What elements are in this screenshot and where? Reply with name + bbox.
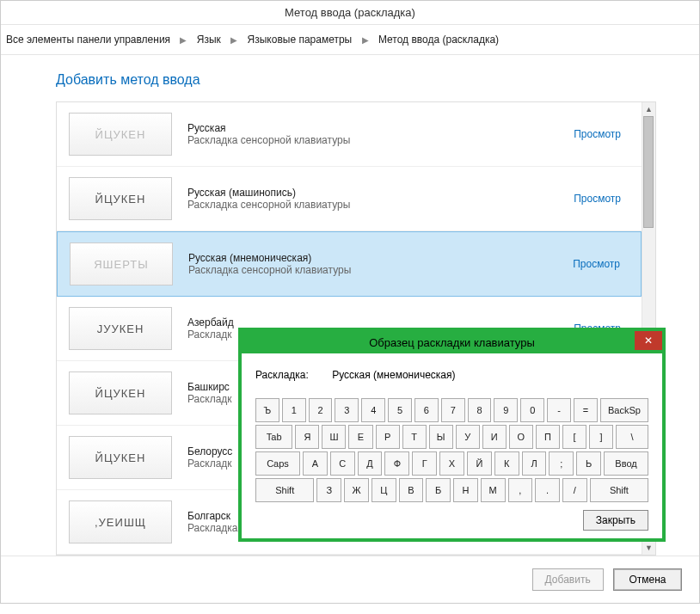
key[interactable]: П — [536, 425, 560, 449]
key[interactable]: \ — [616, 425, 648, 449]
key[interactable]: ] — [589, 425, 613, 449]
layout-thumb: ЙЦУКЕН — [69, 436, 172, 479]
key[interactable]: 7 — [441, 398, 465, 422]
popup-footer: Закрыть — [255, 514, 648, 526]
key[interactable]: Ц — [371, 478, 396, 502]
key-tab[interactable]: Tab — [255, 425, 292, 449]
layout-info: Русская (машинопись) Раскладка сенсорной… — [187, 187, 558, 211]
layout-name: Русская — [187, 122, 558, 134]
layout-name: Азербайд — [187, 316, 558, 328]
key-backspace[interactable]: BackSp — [600, 398, 648, 422]
layout-thumb: ЙЦУКЕН — [69, 113, 172, 156]
layout-item[interactable]: ЙЦУКЕН Русская (машинопись) Раскладка се… — [57, 167, 642, 231]
preview-link[interactable]: Просмотр — [574, 128, 621, 140]
key[interactable]: Х — [439, 451, 464, 476]
key[interactable]: О — [509, 425, 533, 449]
layout-info: Русская Раскладка сенсорной клавиатуры — [187, 122, 558, 146]
key[interactable]: У — [456, 425, 480, 449]
key[interactable]: - — [547, 398, 571, 422]
layout-info: Русская (мнемоническая) Раскладка сенсор… — [188, 252, 557, 276]
key[interactable]: Н — [453, 478, 478, 502]
layout-label: Раскладка: — [255, 369, 309, 381]
layout-value: Русская (мнемоническая) — [332, 369, 455, 381]
cancel-button[interactable]: Отмена — [613, 568, 682, 591]
chevron-right-icon: ▶ — [176, 35, 190, 45]
key[interactable]: Й — [467, 451, 492, 476]
key[interactable]: Г — [412, 451, 437, 476]
layout-item[interactable]: ЙЦУКЕН Русская Раскладка сенсорной клави… — [57, 102, 642, 167]
scroll-thumb[interactable] — [643, 116, 654, 228]
key[interactable]: 5 — [388, 398, 412, 422]
layout-name: Русская (машинопись) — [187, 187, 558, 199]
layout-sub: Раскладка сенсорной клавиатуры — [188, 264, 557, 276]
key[interactable]: Д — [358, 451, 383, 476]
layout-name: Русская (мнемоническая) — [188, 252, 557, 264]
key-shift[interactable]: Shift — [255, 478, 314, 502]
key[interactable]: Ш — [322, 425, 346, 449]
key[interactable]: 8 — [468, 398, 492, 422]
key[interactable]: Т — [402, 425, 427, 449]
layout-item-selected[interactable]: ЯШЕРТЫ Русская (мнемоническая) Раскладка… — [57, 231, 642, 297]
close-icon[interactable]: ✕ — [635, 331, 662, 350]
key[interactable]: / — [562, 478, 587, 502]
key[interactable]: Б — [426, 478, 451, 502]
window-title: Метод ввода (раскладка) — [1, 1, 699, 25]
layout-thumb: ЙЦУКЕН — [69, 371, 172, 414]
key[interactable]: Я — [295, 425, 319, 449]
key[interactable]: Л — [522, 451, 547, 476]
key[interactable]: ; — [549, 451, 574, 476]
key[interactable]: А — [303, 451, 328, 476]
key[interactable]: , — [508, 478, 533, 502]
preview-link[interactable]: Просмотр — [574, 193, 621, 205]
breadcrumb-item[interactable]: Все элементы панели управления — [6, 34, 170, 46]
key[interactable]: [ — [562, 425, 586, 449]
key[interactable]: 0 — [520, 398, 544, 422]
keyboard-row-2: Tab Я Ш Е Р Т Ы У И О П [ ] \ — [255, 425, 648, 449]
key[interactable]: С — [330, 451, 355, 476]
key[interactable]: Е — [348, 425, 372, 449]
key[interactable]: Ж — [344, 478, 369, 502]
key[interactable]: Ф — [384, 451, 409, 476]
dialog-footer: Добавить Отмена — [1, 556, 699, 603]
keyboard-row-3: Caps А С Д Ф Г Х Й К Л ; Ь Ввод — [255, 451, 648, 476]
key[interactable]: Ъ — [255, 398, 279, 422]
key[interactable]: М — [481, 478, 506, 502]
layout-sub: Раскладка сенсорной клавиатуры — [187, 199, 558, 211]
layout-thumb: ЯШЕРТЫ — [70, 243, 173, 286]
breadcrumb-item[interactable]: Языковые параметры — [248, 34, 353, 46]
preview-link[interactable]: Просмотр — [573, 258, 620, 270]
key-caps[interactable]: Caps — [255, 451, 300, 476]
key[interactable]: . — [535, 478, 560, 502]
add-button[interactable]: Добавить — [532, 568, 604, 591]
page-heading: Добавить метод ввода — [56, 72, 656, 88]
key[interactable]: 9 — [494, 398, 518, 422]
breadcrumb-item[interactable]: Язык — [197, 34, 221, 46]
key[interactable]: 2 — [309, 398, 333, 422]
layout-thumb: JУУКЕН — [69, 307, 172, 350]
key[interactable]: 1 — [282, 398, 306, 422]
key[interactable]: Р — [376, 425, 400, 449]
key-enter[interactable]: Ввод — [604, 451, 648, 476]
scroll-up-icon[interactable]: ▲ — [642, 102, 655, 116]
breadcrumb-item[interactable]: Метод ввода (раскладка) — [378, 34, 499, 46]
keyboard-preview-popup: Образец раскладки клавиатуры ✕ Раскладка… — [238, 328, 666, 542]
key[interactable]: И — [482, 425, 507, 449]
layout-label-row: Раскладка: Русская (мнемоническая) — [255, 369, 648, 381]
key[interactable]: 4 — [361, 398, 385, 422]
key[interactable]: Ы — [429, 425, 453, 449]
key[interactable]: 6 — [414, 398, 439, 422]
key-shift[interactable]: Shift — [590, 478, 648, 502]
chevron-right-icon: ▶ — [359, 35, 372, 45]
key[interactable]: В — [399, 478, 424, 502]
layout-thumb: ,УЕИШЩ — [69, 500, 172, 543]
key[interactable]: К — [494, 451, 519, 476]
key[interactable]: 3 — [335, 398, 359, 422]
popup-close-button[interactable]: Закрыть — [583, 510, 648, 531]
key[interactable]: З — [316, 478, 341, 502]
breadcrumb: Все элементы панели управления ▶ Язык ▶ … — [1, 25, 699, 55]
scroll-down-icon[interactable]: ▼ — [642, 541, 655, 555]
key[interactable]: = — [574, 398, 598, 422]
key[interactable]: Ь — [576, 451, 601, 476]
popup-titlebar: Образец раскладки клавиатуры ✕ — [242, 331, 662, 353]
popup-title: Образец раскладки клавиатуры — [242, 336, 662, 349]
